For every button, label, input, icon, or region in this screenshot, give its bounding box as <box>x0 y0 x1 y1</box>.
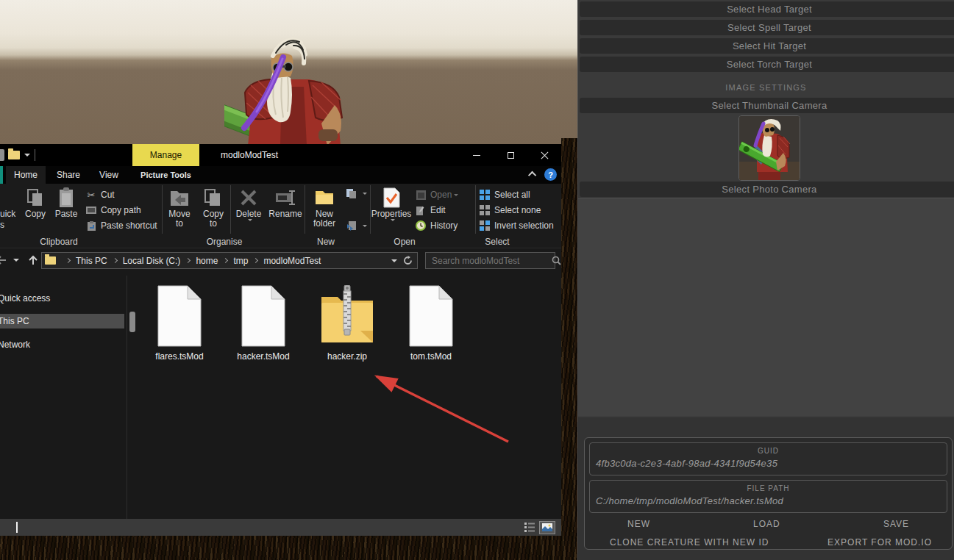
select-thumbnail-camera-button[interactable]: Select Thumbnail Camera <box>580 98 954 113</box>
paste-icon <box>55 187 77 208</box>
breadcrumb-chevron-icon <box>223 258 228 263</box>
select-torch-target-button[interactable]: Select Torch Target <box>580 57 954 72</box>
save-creature-button[interactable]: SAVE <box>883 519 909 529</box>
refresh-icon[interactable] <box>403 256 413 265</box>
maximize-button[interactable] <box>494 144 527 166</box>
breadcrumb-chevron-icon <box>253 258 258 263</box>
file-item-flares-tsmod[interactable]: flares.tsMod <box>143 285 216 362</box>
collapse-ribbon-icon[interactable] <box>528 171 536 179</box>
breadcrumb-current-folder[interactable]: modloModTest <box>262 256 322 266</box>
zip-file-icon <box>319 285 375 347</box>
select-head-target-button[interactable]: Select Head Target <box>580 1 954 17</box>
pin-to-quick-access-button-partial[interactable]: uick s <box>0 184 21 237</box>
tab-home[interactable]: Home <box>6 166 46 184</box>
breadcrumb-home[interactable]: home <box>194 256 219 266</box>
qat-separator <box>35 149 35 161</box>
properties-icon <box>380 187 402 208</box>
up-button[interactable] <box>28 255 38 265</box>
group-label-clipboard: Clipboard <box>40 237 77 247</box>
breadcrumb-chevron-icon <box>185 258 191 263</box>
load-creature-button[interactable]: LOAD <box>753 519 780 529</box>
cut-button[interactable]: ✂ Cut <box>85 188 159 201</box>
select-none-icon <box>479 205 491 215</box>
back-button[interactable] <box>0 256 6 265</box>
qat-folder-icon[interactable] <box>8 151 20 159</box>
select-photo-camera-button[interactable]: Select Photo Camera <box>580 182 954 197</box>
sidebar-item-network[interactable]: Network <box>0 337 124 352</box>
copy-to-button[interactable]: Copy to <box>196 184 230 237</box>
delete-icon <box>238 187 260 208</box>
close-button[interactable] <box>527 144 561 166</box>
creature-editor-panel: Select Head Target Select Spell Target S… <box>577 0 954 560</box>
export-mod-io-button[interactable]: EXPORT FOR MOD.IO <box>827 537 932 548</box>
easy-access-button[interactable] <box>346 219 367 232</box>
breadcrumb-this-pc[interactable]: This PC <box>74 256 109 266</box>
details-view-button[interactable] <box>524 523 535 532</box>
select-all-button[interactable]: Select all <box>479 188 554 201</box>
invert-selection-button[interactable]: Invert selection <box>479 219 554 232</box>
tab-share[interactable]: Share <box>50 166 87 184</box>
delete-button[interactable]: Delete <box>231 184 266 237</box>
recent-locations-dropdown-icon[interactable] <box>13 259 19 262</box>
clone-creature-button[interactable]: CLONE CREATURE WITH NEW ID <box>610 537 769 548</box>
search-box[interactable] <box>425 252 555 269</box>
qat-dropdown-icon[interactable] <box>24 154 30 157</box>
search-input[interactable] <box>426 256 552 266</box>
explorer-titlebar: Manage modloModTest <box>0 144 561 166</box>
copy-path-button[interactable]: Copy path <box>85 204 159 217</box>
paste-shortcut-button[interactable]: Paste shortcut <box>85 219 159 232</box>
sidebar-scrollbar-thumb[interactable] <box>129 312 135 332</box>
large-thumbnails-view-button[interactable] <box>539 521 555 534</box>
ribbon-contextual-manage-tab[interactable]: Manage <box>132 144 199 166</box>
properties-button[interactable]: Properties <box>371 184 412 237</box>
group-label-select: Select <box>485 237 509 247</box>
new-creature-button[interactable]: NEW <box>627 519 650 529</box>
tab-view[interactable]: View <box>91 166 127 184</box>
tab-file-partial[interactable] <box>0 166 3 184</box>
creature-thumbnail-image <box>739 116 800 180</box>
clipboard-small-buttons: ✂ Cut Copy path Paste shortcut <box>82 184 162 237</box>
search-icon[interactable] <box>552 256 566 265</box>
select-none-button[interactable]: Select none <box>479 204 554 217</box>
sidebar-item-this-pc[interactable]: This PC <box>0 314 124 329</box>
group-label-open: Open <box>394 237 415 247</box>
move-to-icon <box>168 187 191 208</box>
tab-picture-tools[interactable]: Picture Tools <box>132 166 199 184</box>
copy-button[interactable]: Copy <box>21 184 50 237</box>
help-button[interactable]: ? <box>544 168 557 181</box>
new-folder-button[interactable]: New folder <box>305 184 343 237</box>
move-to-button[interactable]: Move to <box>163 184 196 237</box>
new-item-button[interactable] <box>346 187 367 200</box>
group-label-new: New <box>317 237 335 247</box>
file-name: flares.tsMod <box>155 351 203 362</box>
select-spell-target-button[interactable]: Select Spell Target <box>580 20 954 35</box>
rename-button[interactable]: Rename <box>266 184 305 237</box>
file-list: flares.tsMod hacker.tsMod <box>143 285 468 362</box>
ground-texture-right <box>561 138 577 560</box>
ribbon-tab-row: Home Share View Picture Tools ? <box>0 166 561 184</box>
select-hit-target-button[interactable]: Select Hit Target <box>580 38 954 54</box>
qat-properties-icon[interactable] <box>0 149 4 161</box>
rename-icon <box>274 187 296 208</box>
guid-field[interactable]: GUID 4fb3c0da-c2e3-4abf-98ad-4341f9d54e3… <box>589 442 947 475</box>
minimize-button[interactable] <box>460 144 494 166</box>
sidebar-item-quick-access[interactable]: Quick access <box>0 291 124 306</box>
file-item-hacker-tsmod[interactable]: hacker.tsMod <box>227 285 300 362</box>
ribbon-home: uick s Copy Paste ✂ Cut <box>0 184 561 237</box>
edit-button[interactable]: Edit <box>415 204 472 217</box>
file-actions-row-1: NEW LOAD SAVE <box>585 519 952 529</box>
window-controls <box>460 144 561 166</box>
file-path-field[interactable]: FILE PATH C:/home/tmp/modloModTest/hacke… <box>589 480 947 513</box>
open-button[interactable]: Open <box>415 188 472 201</box>
breadcrumb-local-disk[interactable]: Local Disk (C:) <box>121 256 182 266</box>
breadcrumb-tmp[interactable]: tmp <box>232 256 249 266</box>
minimize-icon <box>473 155 480 156</box>
file-item-tom-tsmod[interactable]: tom.tsMod <box>394 285 468 362</box>
status-bar <box>0 519 561 536</box>
paste-button[interactable]: Paste <box>50 184 82 237</box>
address-dropdown-icon[interactable] <box>391 259 397 262</box>
address-bar[interactable]: This PC Local Disk (C:) home tmp modloMo… <box>41 252 418 269</box>
new-folder-icon <box>313 187 335 208</box>
file-item-hacker-zip[interactable]: hacker.zip <box>310 285 384 362</box>
history-button[interactable]: History <box>415 219 472 232</box>
